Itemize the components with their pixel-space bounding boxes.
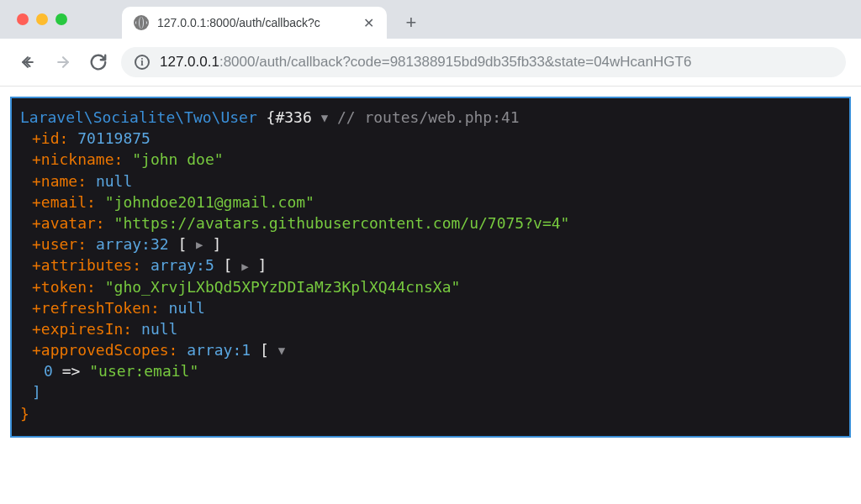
array-close: ]: [20, 381, 841, 402]
chevron-down-icon[interactable]: ▼: [321, 110, 328, 127]
prop-approved-scopes[interactable]: +approvedScopes: array:1 [ ▼: [20, 339, 841, 360]
prop-id: +id: 70119875: [20, 128, 841, 149]
prop-name: +name: null: [20, 171, 841, 192]
close-icon[interactable]: ✕: [362, 16, 375, 29]
chevron-down-icon[interactable]: ▼: [278, 343, 285, 360]
prop-attributes[interactable]: +attributes: array:5 [ ▶ ]: [20, 255, 841, 276]
tab-active[interactable]: 127.0.0.1:8000/auth/callback?c ✕: [122, 7, 387, 39]
browser-chrome: 127.0.0.1:8000/auth/callback?c ✕ + 127.0…: [0, 0, 861, 87]
window-minimize-button[interactable]: [36, 13, 48, 25]
url-host: 127.0.0.1: [160, 54, 219, 70]
dump-header[interactable]: Laravel\Socialite\Two\User {#336 ▼ // ro…: [20, 107, 841, 128]
prop-avatar: +avatar: "https://avatars.githubusercont…: [20, 213, 841, 234]
var-dump-panel: Laravel\Socialite\Two\User {#336 ▼ // ro…: [10, 97, 851, 438]
class-name: Laravel\Socialite\Two\User: [20, 108, 257, 126]
scope-item: 0 => "user:email": [20, 360, 841, 381]
chevron-right-icon[interactable]: ▶: [241, 259, 248, 276]
toolbar: 127.0.0.1:8000/auth/callback?code=981388…: [0, 39, 861, 87]
traffic-lights: [17, 13, 67, 25]
prop-nickname: +nickname: "john doe": [20, 149, 841, 170]
prop-refresh-token: +refreshToken: null: [20, 297, 841, 318]
prop-expires-in: +expiresIn: null: [20, 318, 841, 339]
url-path: :8000/auth/callback?code=981388915bd9db3…: [219, 54, 691, 70]
window-close-button[interactable]: [17, 13, 29, 25]
source-comment: // routes/web.php:41: [337, 108, 520, 126]
prop-user[interactable]: +user: array:32 [ ▶ ]: [20, 234, 841, 255]
prop-email: +email: "johndoe2011@gmail.com": [20, 192, 841, 213]
prop-token: +token: "gho_XrvjLXbQd5XPYzDDIaMz3KplXQ4…: [20, 276, 841, 297]
forward-button[interactable]: [50, 50, 76, 75]
url-text: 127.0.0.1:8000/auth/callback?code=981388…: [160, 54, 691, 71]
object-close: }: [20, 403, 841, 424]
brace-open: {#336: [267, 108, 312, 126]
back-button[interactable]: [15, 50, 40, 75]
globe-icon: [134, 15, 149, 30]
new-tab-button[interactable]: +: [399, 10, 424, 35]
site-info-icon[interactable]: [135, 55, 150, 70]
tab-title: 127.0.0.1:8000/auth/callback?c: [157, 16, 353, 29]
tab-strip: 127.0.0.1:8000/auth/callback?c ✕ +: [122, 7, 424, 39]
window-zoom-button[interactable]: [55, 13, 67, 25]
reload-button[interactable]: [86, 50, 111, 75]
chevron-right-icon[interactable]: ▶: [196, 237, 203, 254]
address-bar[interactable]: 127.0.0.1:8000/auth/callback?code=981388…: [121, 47, 846, 77]
